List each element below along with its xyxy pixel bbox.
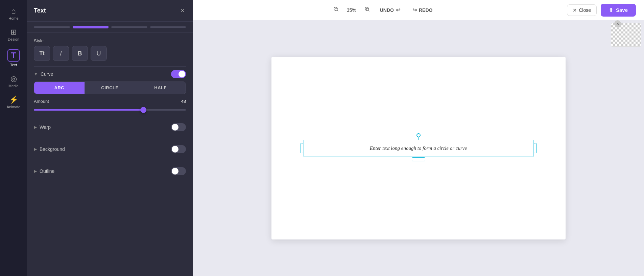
curve-toggle-row[interactable]: ▼ Curve: [34, 66, 186, 82]
tab-3[interactable]: [111, 26, 147, 28]
warp-toggle[interactable]: [171, 123, 186, 131]
italic-style-button[interactable]: I: [53, 46, 69, 61]
animate-icon: ⚡: [9, 96, 18, 104]
toolbar: 35% UNDO ↩ ↪ REDO ✕ Close ⬆ Save: [193, 0, 644, 20]
outline-section: ▶ Outline: [34, 163, 186, 179]
outline-toggle[interactable]: [171, 167, 186, 175]
text-panel: Text × Style Tt I B U ▼ Curve: [27, 0, 193, 276]
panel-title: Text: [34, 7, 46, 14]
amount-slider-container[interactable]: [34, 107, 186, 113]
outline-toggle-row[interactable]: ▶ Outline: [34, 163, 186, 179]
design-icon: ⊞: [10, 28, 17, 36]
undo-button[interactable]: UNDO ↩: [376, 4, 404, 16]
background-toggle-row[interactable]: ▶ Background: [34, 141, 186, 157]
outline-toggle-knob: [172, 168, 178, 175]
warp-chevron-icon: ▶: [34, 125, 37, 130]
zoom-out-button[interactable]: [331, 4, 341, 16]
background-toggle[interactable]: [171, 145, 186, 153]
save-label: Save: [616, 7, 628, 13]
sidebar-item-design-label: Design: [8, 37, 19, 41]
redo-button[interactable]: ↪ REDO: [408, 4, 436, 16]
warp-toggle-row[interactable]: ▶ Warp: [34, 119, 186, 135]
curve-arc-button[interactable]: ARC: [34, 82, 85, 94]
close-editor-button[interactable]: ✕ Close: [567, 4, 597, 16]
sidebar-item-text[interactable]: T Text: [2, 46, 25, 70]
toolbar-right: ✕ Close ⬆ Save: [567, 4, 636, 17]
background-chevron-icon: ▶: [34, 147, 37, 152]
warp-toggle-knob: [172, 124, 178, 131]
curve-half-button[interactable]: HALF: [135, 82, 186, 94]
curve-label: Curve: [41, 71, 53, 77]
handle-top[interactable]: [416, 133, 421, 137]
slider-thumb[interactable]: [140, 107, 146, 113]
panel-tab-bar: [27, 22, 193, 33]
tab-2[interactable]: [73, 26, 109, 28]
preview-thumbnail: [611, 23, 641, 47]
curve-label-group: ▼ Curve: [34, 71, 53, 77]
curve-toggle-knob: [178, 71, 185, 77]
amount-row: Amount 48: [34, 99, 186, 104]
slider-track: [34, 109, 186, 111]
text-element[interactable]: Enter text long enough to form a circle …: [304, 140, 533, 157]
background-toggle-knob: [172, 146, 178, 153]
curve-type-buttons: ARC CIRCLE HALF: [34, 82, 186, 94]
sidebar-item-media-label: Media: [8, 84, 19, 88]
warp-label: Warp: [40, 124, 51, 130]
sidebar-item-home-label: Home: [8, 16, 18, 20]
bold-style-button[interactable]: B: [72, 46, 88, 61]
media-icon: ◎: [10, 75, 17, 83]
sidebar-nav: ⌂ Home ⊞ Design T Text ◎ Media ⚡ Animate: [0, 0, 27, 276]
tab-4[interactable]: [150, 26, 186, 28]
handle-right[interactable]: [534, 143, 536, 153]
svg-line-2: [337, 10, 338, 11]
amount-label: Amount: [34, 99, 49, 104]
zoom-value: 35%: [345, 7, 358, 13]
curve-chevron-icon: ▼: [34, 72, 38, 76]
close-editor-label: Close: [579, 7, 591, 13]
canvas-background[interactable]: Enter text long enough to form a circle …: [271, 57, 566, 239]
warp-section: ▶ Warp: [34, 119, 186, 135]
undo-icon: ↩: [396, 7, 400, 13]
sidebar-item-text-label: Text: [10, 63, 17, 67]
warp-label-group: ▶ Warp: [34, 124, 51, 130]
panel-header: Text ×: [27, 0, 193, 22]
panel-content: Style Tt I B U ▼ Curve ARC: [27, 33, 193, 185]
style-section: Style Tt I B U: [34, 38, 186, 61]
preview-close-button[interactable]: ✕: [614, 20, 621, 27]
svg-line-6: [368, 10, 369, 11]
panel-close-button[interactable]: ×: [179, 5, 186, 16]
text-icon: T: [7, 49, 20, 62]
handle-left[interactable]: [301, 143, 303, 153]
underline-style-button[interactable]: U: [91, 46, 107, 61]
home-icon: ⌂: [11, 7, 16, 15]
sidebar-item-media[interactable]: ◎ Media: [2, 72, 25, 91]
curve-toggle[interactable]: [171, 70, 186, 78]
outline-label: Outline: [40, 168, 54, 174]
save-icon: ⬆: [609, 7, 613, 13]
sidebar-item-animate-label: Animate: [7, 105, 20, 109]
close-x-icon: ✕: [573, 7, 577, 13]
curve-section: ▼ Curve ARC CIRCLE HALF Amount 48: [34, 66, 186, 113]
canvas-area: Enter text long enough to form a circle …: [193, 20, 644, 276]
sidebar-item-home[interactable]: ⌂ Home: [2, 4, 25, 24]
toolbar-center: 35% UNDO ↩ ↪ REDO: [331, 4, 437, 16]
background-label-group: ▶ Background: [34, 146, 65, 152]
tab-1[interactable]: [34, 26, 70, 28]
amount-value: 48: [181, 99, 186, 104]
main-area: 35% UNDO ↩ ↪ REDO ✕ Close ⬆ Save: [193, 0, 644, 276]
zoom-in-button[interactable]: [362, 4, 372, 16]
redo-icon: ↪: [412, 7, 417, 13]
redo-label: REDO: [419, 7, 432, 13]
font-style-button[interactable]: Tt: [34, 46, 50, 61]
sidebar-item-design[interactable]: ⊞ Design: [2, 25, 25, 45]
handle-bottom[interactable]: [412, 157, 425, 161]
curve-circle-button[interactable]: CIRCLE: [85, 82, 136, 94]
save-button[interactable]: ⬆ Save: [601, 4, 636, 17]
preview-panel: ✕: [611, 23, 641, 47]
background-section: ▶ Background: [34, 141, 186, 157]
text-content[interactable]: Enter text long enough to form a circle …: [370, 145, 467, 151]
style-label: Style: [34, 38, 186, 43]
sidebar-item-animate[interactable]: ⚡ Animate: [2, 93, 25, 112]
slider-fill: [34, 109, 143, 111]
outline-chevron-icon: ▶: [34, 169, 37, 174]
